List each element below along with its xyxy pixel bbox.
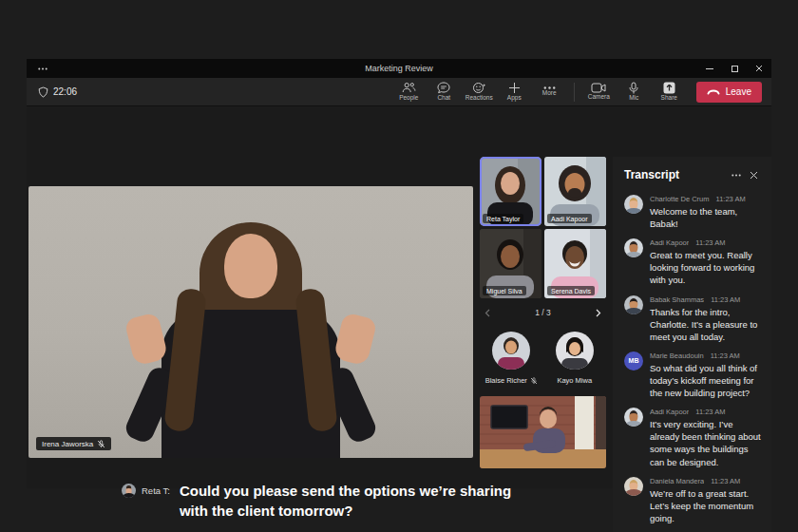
transcript-message: Aadi Kapoor11:23 AM Great to meet you. R…	[624, 238, 762, 286]
mic-icon	[629, 82, 638, 94]
window-controls	[697, 59, 771, 78]
avatar	[492, 332, 530, 370]
message-author: Aadi Kapoor	[650, 408, 689, 416]
mic-off-icon	[530, 377, 538, 385]
title-bar: Marketing Review	[27, 59, 771, 78]
apps-button-label: Apps	[507, 95, 522, 102]
chat-button[interactable]: Chat	[427, 78, 462, 106]
video-tile-aadi-kapoor[interactable]: Aadi Kapoor	[544, 157, 606, 226]
gallery-pagination: 1 / 3	[480, 305, 606, 320]
people-button[interactable]: People	[391, 78, 427, 106]
tile-name-label: Reta Taylor	[483, 214, 523, 223]
avatar-initials: MB	[624, 352, 643, 370]
apps-plus-icon	[508, 82, 521, 94]
minimize-button[interactable]	[697, 59, 722, 78]
message-time: 11:23 AM	[711, 295, 740, 304]
transcript-panel: Transcript Charlotte De Crum11:23 AM Wel…	[613, 157, 771, 532]
video-tile-meeting-room[interactable]	[480, 396, 606, 468]
share-button[interactable]: Share	[652, 78, 687, 106]
more-button[interactable]: More	[532, 78, 567, 106]
chevron-left-icon	[484, 309, 490, 317]
message-time: 11:23 AM	[711, 352, 740, 360]
maximize-icon	[732, 66, 738, 72]
camera-button-label: Camera	[588, 94, 610, 101]
video-tile-serena-davis[interactable]: Serena Davis	[544, 229, 606, 298]
people-button-label: People	[399, 95, 418, 102]
video-gallery-rail: Reta Taylor Aadi Kapoor Miguel Silva Ser…	[480, 157, 606, 468]
mic-button[interactable]: Mic	[617, 78, 652, 106]
avatar	[624, 238, 643, 257]
close-icon	[755, 65, 763, 72]
share-button-label: Share	[661, 95, 677, 102]
transcript-message: Charlotte De Crum11:23 AM Welcome to the…	[624, 195, 762, 230]
maximize-button[interactable]	[722, 59, 747, 78]
participant-name: Blaise Richer	[485, 376, 527, 385]
message-time: 11:23 AM	[695, 408, 725, 416]
window-menu-button[interactable]	[27, 67, 59, 70]
apps-button[interactable]: Apps	[497, 78, 532, 106]
video-tile-grid: Reta Taylor Aadi Kapoor Miguel Silva Ser…	[480, 157, 606, 298]
message-text: We’re off to a great start. Let’s keep t…	[650, 487, 762, 524]
toolbar-divider	[574, 83, 575, 102]
transcript-message: Babak Shammas11:23 AM Thanks for the int…	[624, 295, 762, 343]
window-title: Marketing Review	[27, 64, 771, 73]
next-page-button[interactable]	[591, 305, 606, 320]
previous-page-button[interactable]	[480, 305, 495, 320]
transcript-message: Aadi Kapoor11:23 AM It’s very exciting. …	[624, 408, 762, 467]
tile-name-label: Miguel Silva	[483, 286, 526, 295]
message-text: So what did you all think of today’s kic…	[650, 362, 762, 399]
close-button[interactable]	[747, 59, 771, 78]
more-icon	[732, 174, 741, 177]
chat-button-label: Chat	[437, 95, 450, 102]
chevron-right-icon	[596, 309, 601, 317]
video-frame	[480, 396, 606, 468]
leave-button[interactable]: Leave	[696, 82, 762, 103]
phone-hangup-icon	[707, 88, 720, 95]
transcript-message-list[interactable]: Charlotte De Crum11:23 AM Welcome to the…	[613, 191, 771, 532]
main-speaker-name: Irena Jaworska	[42, 440, 93, 448]
avatar	[556, 332, 594, 370]
meeting-stage: Irena Jaworska Reta T: Could you please …	[27, 106, 771, 488]
transcript-header: Transcript	[613, 157, 771, 191]
caption-speaker-name: Reta T:	[142, 485, 170, 496]
message-author: Charlotte De Crum	[650, 195, 710, 203]
main-speaker-nametag: Irena Jaworska	[36, 437, 111, 450]
meeting-toolbar: 22:06 People Chat Reactions Apps More	[27, 78, 771, 106]
chat-icon	[437, 82, 450, 94]
leave-button-label: Leave	[726, 86, 751, 97]
reactions-icon	[472, 82, 486, 94]
message-author: Daniela Mandera	[650, 477, 704, 485]
meeting-timer-value: 22:06	[53, 86, 77, 97]
avatar	[624, 408, 643, 427]
video-tile-miguel-silva[interactable]: Miguel Silva	[480, 229, 542, 298]
transcript-close-button[interactable]	[745, 166, 762, 183]
message-text: Great to meet you. Really looking forwar…	[650, 249, 762, 286]
main-video-tile[interactable]: Irena Jaworska	[28, 186, 473, 458]
transcript-title: Transcript	[624, 168, 728, 181]
shield-icon	[38, 86, 48, 98]
reactions-button[interactable]: Reactions	[462, 78, 497, 106]
avatar	[624, 295, 643, 314]
audio-participants-row: Blaise Richer Kayo Miwa	[480, 332, 606, 385]
participant-blaise-richer[interactable]: Blaise Richer	[480, 332, 543, 385]
camera-button[interactable]: Camera	[581, 78, 617, 106]
participant-kayo-miwa[interactable]: Kayo Miwa	[543, 332, 607, 385]
mic-button-label: Mic	[629, 95, 638, 102]
message-time: 11:23 AM	[711, 477, 740, 485]
transcript-message: Daniela Mandera11:23 AM We’re off to a g…	[624, 477, 762, 524]
tile-name-label: Aadi Kapoor	[547, 214, 592, 223]
avatar	[624, 477, 643, 496]
live-caption: Reta T: Could you please send the option…	[122, 481, 559, 521]
caption-speaker-avatar	[122, 484, 136, 498]
message-author: Babak Shammas	[650, 295, 704, 304]
transcript-more-button[interactable]	[728, 166, 745, 183]
reactions-button-label: Reactions	[466, 95, 493, 102]
teams-meeting-window: Marketing Review 22:06 People	[27, 59, 771, 488]
page-indicator: 1 / 3	[495, 308, 591, 317]
message-text: Welcome to the team, Babak!	[650, 205, 762, 230]
message-text: It’s very exciting. I’ve already been th…	[650, 418, 762, 467]
more-button-label: More	[542, 90, 557, 97]
video-tile-reta-taylor[interactable]: Reta Taylor	[480, 157, 542, 226]
transcript-message: MB Marie Beaudouin11:23 AM So what did y…	[624, 352, 762, 399]
desktop-background: Marketing Review 22:06 People	[0, 0, 798, 532]
